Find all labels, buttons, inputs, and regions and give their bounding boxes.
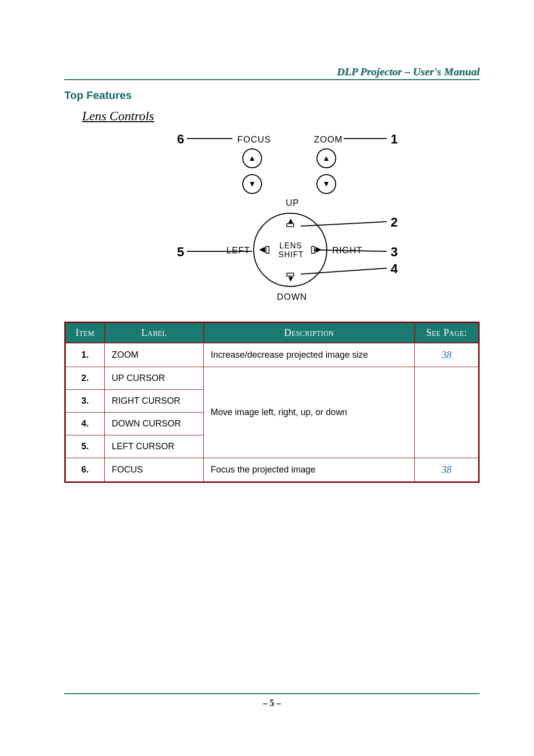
manual-title: DLP Projector – User's Manual <box>337 65 480 78</box>
cell-description-merged: Move image left, right, up, or down <box>204 367 415 458</box>
cell-item: 6. <box>65 458 105 482</box>
triangle-down-icon: ▼ <box>322 180 330 188</box>
cell-see-page[interactable]: 38 <box>415 343 479 367</box>
label-lens: LENS <box>278 241 303 250</box>
zoom-up-button[interactable]: ▲ <box>316 148 336 168</box>
table-row: 2. UP CURSOR Move image left, right, up,… <box>65 367 479 390</box>
features-table: Item Label Description See Page: 1. ZOOM… <box>64 322 480 483</box>
cell-description: Focus the projected image <box>204 458 415 482</box>
triangle-up-icon: ▲ <box>287 217 295 225</box>
cell-label: UP CURSOR <box>105 367 204 390</box>
triangle-up-icon: ▲ <box>322 154 330 162</box>
cell-label: LEFT CURSOR <box>105 435 204 458</box>
section-title: Top Features <box>64 89 480 102</box>
label-up: UP <box>286 198 299 208</box>
label-right: RIGHT <box>332 245 362 256</box>
col-label: Label <box>105 323 204 343</box>
label-left: LEFT <box>226 245 250 256</box>
cell-item: 3. <box>65 390 105 413</box>
triangle-left-icon: ◀ <box>259 245 265 253</box>
subsection-title: Lens Controls <box>82 109 480 124</box>
cell-label: ZOOM <box>105 343 204 367</box>
cell-see-page-merged <box>415 367 479 458</box>
cell-item: 2. <box>65 367 105 390</box>
zoom-down-button[interactable]: ▼ <box>316 174 336 194</box>
label-shift: SHIFT <box>278 250 303 259</box>
focus-up-button[interactable]: ▲ <box>242 148 262 168</box>
col-see-page: See Page: <box>415 323 479 343</box>
page-number: – 5 – <box>263 698 281 708</box>
cell-label: DOWN CURSOR <box>105 413 204 435</box>
header-rule: DLP Projector – User's Manual <box>64 79 480 80</box>
triangle-right-icon: ▶ <box>315 245 321 253</box>
col-description: Description <box>204 323 415 343</box>
cell-item: 1. <box>65 343 105 367</box>
focus-down-button[interactable]: ▼ <box>242 174 262 194</box>
cell-item: 5. <box>65 435 105 458</box>
cell-label: FOCUS <box>105 458 204 482</box>
table-row: 1. ZOOM Increase/decrease projected imag… <box>65 343 479 367</box>
cell-label: RIGHT CURSOR <box>105 390 204 413</box>
triangle-down-icon: ▼ <box>248 180 256 188</box>
table-header-row: Item Label Description See Page: <box>65 323 479 343</box>
lens-controls-diagram: FOCUS ZOOM 6 1 2 3 4 5 ▲ ▼ ▲ ▼ UP ▲ ▼ ◀ … <box>138 129 485 312</box>
triangle-up-icon: ▲ <box>248 154 256 162</box>
cell-see-page[interactable]: 38 <box>415 458 479 482</box>
label-down: DOWN <box>277 292 307 302</box>
cell-description: Increase/decrease projected image size <box>204 343 415 367</box>
cell-item: 4. <box>65 413 105 435</box>
table-row: 6. FOCUS Focus the projected image 38 <box>65 458 479 482</box>
col-item: Item <box>65 323 105 343</box>
label-lens-shift: LENS SHIFT <box>278 241 303 259</box>
triangle-down-icon: ▼ <box>287 275 295 283</box>
page-footer: – 5 – <box>64 693 480 709</box>
